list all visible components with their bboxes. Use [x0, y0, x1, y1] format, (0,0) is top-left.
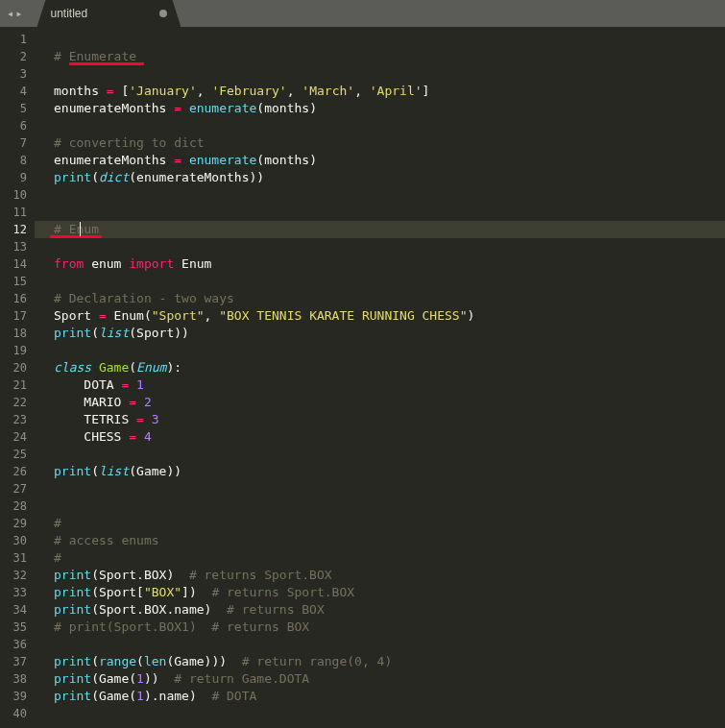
code-line[interactable] — [54, 31, 725, 48]
tab-nav-right-icon[interactable]: ▸ — [14, 7, 23, 20]
line-number: 5 — [0, 100, 27, 117]
line-number: 31 — [0, 549, 27, 567]
code-line[interactable]: class Game(Enum): — [54, 359, 725, 376]
line-number: 28 — [0, 497, 27, 515]
line-number: 26 — [0, 463, 27, 480]
line-number: 17 — [0, 307, 27, 325]
line-number: 14 — [0, 255, 27, 273]
line-number: 34 — [0, 601, 27, 619]
line-number: 15 — [0, 273, 27, 290]
code-line[interactable]: # Enumerate — [54, 48, 725, 65]
code-line[interactable]: # print(Sport.BOX1) # returns BOX — [54, 619, 725, 636]
line-number: 6 — [0, 117, 27, 134]
line-number: 8 — [0, 152, 27, 169]
line-number: 9 — [0, 169, 27, 186]
code-line[interactable]: print(Sport.BOX.name) # returns BOX — [54, 601, 725, 619]
code-content[interactable]: # Enumeratemonths = ['January', 'Februar… — [35, 27, 725, 728]
tab-title: untitled — [50, 7, 87, 20]
code-line[interactable] — [54, 204, 725, 221]
line-number-gutter: 1234567891011121314151617181920212223242… — [0, 27, 35, 728]
line-number: 29 — [0, 515, 27, 532]
line-number: 37 — [0, 653, 27, 670]
line-number: 4 — [0, 83, 27, 100]
code-line[interactable] — [54, 342, 725, 359]
code-line[interactable]: from enum import Enum — [54, 255, 725, 273]
code-line[interactable] — [54, 186, 725, 204]
code-line[interactable] — [54, 705, 725, 722]
line-number: 16 — [0, 290, 27, 307]
line-number: 32 — [0, 567, 27, 584]
line-number: 30 — [0, 532, 27, 549]
line-number: 11 — [0, 204, 27, 221]
line-number: 3 — [0, 65, 27, 83]
code-line[interactable]: # converting to dict — [54, 134, 725, 152]
code-line[interactable]: print(Sport["BOX"]) # returns Sport.BOX — [54, 584, 725, 601]
tab-nav-arrows: ◂ ▸ — [0, 0, 29, 27]
line-number: 25 — [0, 446, 27, 463]
code-line[interactable] — [54, 636, 725, 653]
line-number: 10 — [0, 186, 27, 204]
code-line[interactable]: print(list(Game)) — [54, 463, 725, 480]
code-line[interactable]: print(Game(1).name) # DOTA — [54, 688, 725, 705]
line-number: 36 — [0, 636, 27, 653]
code-line[interactable]: Sport = Enum("Sport", "BOX TENNIS KARATE… — [54, 307, 725, 325]
line-number: 21 — [0, 376, 27, 394]
tab-bar: ◂ ▸ untitled — [0, 0, 725, 27]
line-number: 38 — [0, 670, 27, 688]
code-line[interactable]: print(Game(1)) # return Game.DOTA — [54, 670, 725, 688]
line-number: 13 — [0, 238, 27, 255]
code-line[interactable]: print(Sport.BOX) # returns Sport.BOX — [54, 567, 725, 584]
code-line[interactable]: CHESS = 4 — [54, 428, 725, 446]
line-number: 20 — [0, 359, 27, 376]
code-line[interactable]: enumerateMonths = enumerate(months) — [54, 100, 725, 117]
editor-area[interactable]: 1234567891011121314151617181920212223242… — [0, 27, 725, 728]
line-number: 24 — [0, 428, 27, 446]
code-line[interactable] — [54, 480, 725, 497]
code-line[interactable] — [54, 117, 725, 134]
code-line[interactable]: DOTA = 1 — [54, 376, 725, 394]
line-number: 27 — [0, 480, 27, 497]
line-number: 19 — [0, 342, 27, 359]
code-line[interactable]: print(dict(enumerateMonths)) — [54, 169, 725, 186]
code-line[interactable]: TETRIS = 3 — [54, 411, 725, 428]
tab-untitled[interactable]: untitled — [36, 0, 181, 27]
line-number: 7 — [0, 134, 27, 152]
line-number: 1 — [0, 31, 27, 48]
code-line[interactable]: # — [54, 549, 725, 567]
line-number: 35 — [0, 619, 27, 636]
text-cursor — [80, 222, 82, 236]
line-number: 40 — [0, 705, 27, 722]
line-number: 12 — [0, 221, 27, 238]
line-number: 22 — [0, 394, 27, 411]
line-number: 23 — [0, 411, 27, 428]
code-line[interactable]: # access enums — [54, 532, 725, 549]
code-line[interactable]: # Declaration - two ways — [54, 290, 725, 307]
code-line[interactable] — [54, 238, 725, 255]
code-line[interactable] — [54, 65, 725, 83]
line-number: 33 — [0, 584, 27, 601]
code-line[interactable] — [54, 273, 725, 290]
code-line[interactable]: # — [54, 515, 725, 532]
code-line[interactable] — [54, 446, 725, 463]
code-line[interactable]: months = ['January', 'February', 'March'… — [54, 83, 725, 100]
code-line[interactable]: MARIO = 2 — [54, 394, 725, 411]
tab-nav-left-icon[interactable]: ◂ — [6, 7, 14, 20]
code-line[interactable]: enumerateMonths = enumerate(months) — [54, 152, 725, 169]
code-line[interactable]: print(list(Sport)) — [54, 325, 725, 342]
line-number: 2 — [0, 48, 27, 65]
tab-dirty-indicator-icon — [159, 10, 167, 17]
code-line[interactable]: # Enum — [35, 221, 725, 238]
code-line[interactable]: print(range(len(Game))) # return range(0… — [54, 653, 725, 670]
line-number: 18 — [0, 325, 27, 342]
code-line[interactable] — [54, 497, 725, 515]
line-number: 39 — [0, 688, 27, 705]
